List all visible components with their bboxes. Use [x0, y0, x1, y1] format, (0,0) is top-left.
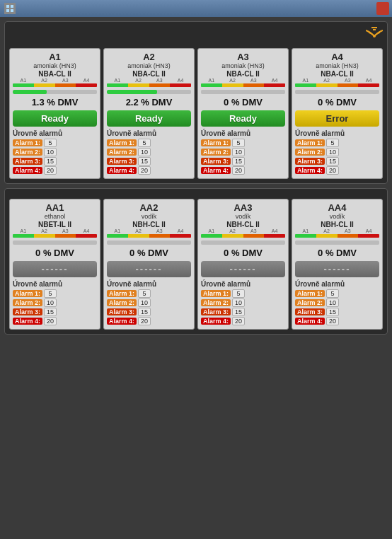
alarm-row: Alarm 4: 20 [107, 166, 191, 175]
alarm-value: 10 [44, 299, 57, 307]
card-substance: vodík [295, 213, 379, 221]
sensor-card: AA1 ethanol NBET-IL II A1A2A3A4 0 % DMV … [9, 199, 100, 330]
alarm-tag: Alarm 4: [295, 167, 325, 174]
alarm-tag: Alarm 3: [201, 158, 231, 165]
alarm-row: Alarm 3: 15 [201, 308, 285, 316]
alarm-row: Alarm 2: 10 [107, 148, 191, 156]
alarm-tag: Alarm 3: [201, 308, 231, 315]
alarm-tag: Alarm 2: [107, 149, 137, 156]
svg-rect-3 [11, 9, 13, 12]
alarm-tag: Alarm 2: [13, 149, 42, 156]
alarm-row: Alarm 1: 5 [107, 139, 191, 147]
alarm-tag: Alarm 4: [107, 318, 137, 325]
alarm-row: Alarm 3: 15 [107, 308, 191, 316]
alarm-bar-labels: A1A2A3A4 [201, 78, 285, 83]
alarm-row: Alarm 1: 5 [13, 139, 97, 147]
card-id: A2 [107, 52, 191, 62]
status-button[interactable]: ------ [107, 261, 191, 277]
main-container: A1 amoniak (HN3) NBA-CL II A1A2A3A4 1.3 … [0, 17, 392, 339]
alarm-value: 20 [44, 317, 57, 325]
progress-bar [13, 240, 97, 245]
app-icon [4, 3, 16, 14]
alarm-value: 15 [232, 308, 245, 316]
alarm-value: 10 [232, 148, 245, 156]
alarm-tag: Alarm 2: [201, 299, 231, 306]
alarm-value: 5 [44, 289, 57, 298]
alarm-tag: Alarm 4: [201, 167, 231, 174]
svg-rect-2 [6, 9, 9, 12]
alarm-value: 15 [326, 157, 339, 166]
alarm-row: Alarm 2: 10 [295, 299, 379, 307]
alarm-tag: Alarm 2: [295, 149, 325, 156]
card-id: A4 [295, 52, 379, 62]
progress-bar [295, 90, 379, 94]
alarms-header: Úrovně alarmů [295, 129, 379, 137]
alarm-value: 5 [138, 289, 151, 298]
sensor-card: AA2 vodík NBH-CL II A1A2A3A4 0 % DMV ---… [103, 199, 195, 330]
alarm-value: 15 [138, 157, 151, 166]
alarm-value: 15 [326, 308, 339, 316]
status-button[interactable]: Ready [13, 110, 97, 127]
alarm-value: 5 [44, 139, 57, 147]
alarm-tag: Alarm 4: [13, 167, 42, 174]
alarm-value: 15 [138, 308, 151, 316]
progress-bar [107, 240, 191, 245]
alarm-value: 20 [138, 317, 151, 325]
alarm-row: Alarm 2: 10 [13, 299, 97, 307]
progress-bar [201, 90, 285, 94]
dmv-value: 0 % DMV [201, 248, 285, 258]
alarm-row: Alarm 1: 5 [107, 289, 191, 298]
alarm-value: 5 [326, 139, 339, 147]
alarm-row: Alarm 3: 15 [13, 157, 97, 166]
close-button[interactable] [376, 2, 389, 15]
alarm-bar-labels: A1A2A3A4 [107, 228, 191, 233]
alarm-tag: Alarm 3: [13, 308, 42, 315]
alarm-row: Alarm 3: 15 [295, 157, 379, 166]
alarm-row: Alarm 1: 5 [201, 139, 285, 147]
alarm-row: Alarm 4: 20 [295, 166, 379, 175]
alarm-tag: Alarm 2: [201, 149, 231, 156]
card-substance: vodík [201, 213, 285, 221]
indicator-strip [13, 83, 97, 87]
card-id: AA3 [201, 202, 285, 213]
indicator-strip [201, 234, 285, 238]
dmv-value: 0 % DMV [201, 97, 285, 108]
progress-bar [295, 240, 379, 245]
dmv-value: 0 % DMV [13, 248, 97, 258]
alarm-bar-labels: A1A2A3A4 [295, 78, 379, 83]
alarm-row: Alarm 3: 15 [201, 157, 285, 166]
alarms-header: Úrovně alarmů [201, 129, 285, 137]
card-model: NBH-CL II [295, 221, 379, 228]
status-button[interactable]: Error [295, 110, 379, 127]
card-substance: ethanol [13, 213, 97, 221]
alarm-tag: Alarm 1: [295, 139, 325, 146]
indicator-strip [107, 83, 191, 87]
card-model: NBA-CL II [201, 70, 285, 78]
card-substance: amoniak (HN3) [13, 62, 97, 70]
status-button[interactable]: Ready [201, 110, 285, 127]
alarm-row: Alarm 1: 5 [295, 289, 379, 298]
alarm-row: Alarm 4: 20 [295, 317, 379, 325]
alarm-value: 10 [326, 148, 339, 156]
card-model: NBH-CL II [201, 221, 285, 228]
alarm-tag: Alarm 1: [13, 290, 42, 297]
svg-rect-0 [6, 5, 9, 8]
alarm-value: 10 [232, 299, 245, 307]
alarm-bar-labels: A1A2A3A4 [13, 78, 97, 83]
alarm-value: 20 [138, 166, 151, 175]
progress-bar [201, 240, 285, 245]
alarm-value: 10 [138, 148, 151, 156]
alarm-value: 5 [232, 139, 245, 147]
alarm-tag: Alarm 2: [13, 299, 42, 306]
status-button[interactable]: ------ [201, 261, 285, 277]
alarm-bar-labels: A1A2A3A4 [201, 228, 285, 233]
alarms-header: Úrovně alarmů [107, 129, 191, 137]
alarm-value: 20 [326, 317, 339, 325]
alarm-row: Alarm 2: 10 [13, 148, 97, 156]
status-button[interactable]: ------ [13, 261, 97, 277]
status-button[interactable]: ------ [295, 261, 379, 277]
alarm-tag: Alarm 3: [13, 158, 42, 165]
alarm-bar-labels: A1A2A3A4 [13, 228, 97, 233]
section-upa20: A1 amoniak (HN3) NBA-CL II A1A2A3A4 1.3 … [4, 21, 388, 184]
status-button[interactable]: Ready [107, 110, 191, 127]
